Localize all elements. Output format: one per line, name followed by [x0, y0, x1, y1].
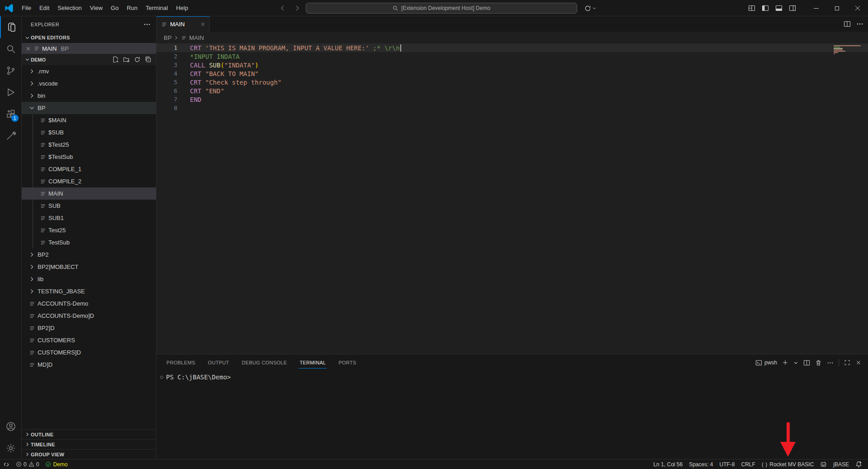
tree-folder-bp[interactable]: BP — [22, 102, 156, 114]
tree-file-main[interactable]: MAIN — [22, 187, 156, 200]
remote-indicator[interactable] — [0, 459, 13, 469]
kill-terminal-icon[interactable] — [815, 359, 822, 366]
tree-file-customers[interactable]: CUSTOMERS — [22, 334, 156, 346]
code-line-6[interactable]: 6CRT "END" — [157, 86, 868, 95]
tree-file-$test25[interactable]: $Test25 — [22, 139, 156, 151]
editor-more-actions-icon[interactable] — [856, 20, 863, 28]
tree-folder-bp2]mobject[interactable]: BP2]MOBJECT — [22, 261, 156, 273]
activity-run-debug-icon[interactable] — [0, 81, 22, 103]
activity-rocket-mv-tools-icon[interactable] — [0, 125, 22, 147]
section-group-view[interactable]: GROUP VIEW — [22, 449, 156, 459]
close-icon[interactable] — [25, 46, 31, 52]
panel-tab-ports[interactable]: PORTS — [337, 354, 357, 371]
minimap[interactable] — [834, 45, 862, 56]
breadcrumb-folder[interactable]: BP — [164, 34, 171, 41]
tree-folder-bin[interactable]: bin — [22, 90, 156, 102]
tree-folder-testing_jbase[interactable]: TESTING_JBASE — [22, 285, 156, 297]
new-folder-icon[interactable] — [123, 56, 130, 63]
tree-folder-bp2[interactable]: BP2 — [22, 249, 156, 261]
reload-window-button[interactable] — [584, 5, 597, 12]
code-line-5[interactable]: 5CRT "Check step through" — [157, 78, 868, 86]
status-indentation[interactable]: Spaces: 4 — [686, 459, 716, 469]
status-extension-robot[interactable] — [817, 459, 830, 469]
tree-file-$main[interactable]: $MAIN — [22, 114, 156, 126]
code-editor[interactable]: 1CRT 'THIS IS MAIN PROGRAM, INPUT A VALU… — [157, 43, 868, 354]
code-line-2[interactable]: 2*INPUT INDATA — [157, 52, 868, 61]
tree-file-test25[interactable]: Test25 — [22, 224, 156, 236]
panel-tab-problems[interactable]: PROBLEMS — [166, 354, 196, 371]
refresh-icon[interactable] — [134, 56, 141, 63]
customize-layout-icon[interactable] — [747, 3, 757, 13]
menu-file[interactable]: File — [18, 3, 35, 13]
minimize-button[interactable] — [806, 0, 826, 16]
tab-main[interactable]: MAIN — [157, 16, 210, 32]
code-line-3[interactable]: 3CALL SUB("INDATA") — [157, 61, 868, 69]
explorer-more-actions-icon[interactable] — [143, 21, 151, 28]
code-line-7[interactable]: 7END — [157, 95, 868, 104]
panel-more-actions-icon[interactable] — [827, 359, 834, 366]
close-window-button[interactable] — [847, 0, 868, 16]
toggle-secondary-sidebar-icon[interactable] — [787, 3, 797, 13]
panel-tab-terminal[interactable]: TERMINAL — [299, 354, 327, 371]
folder-section-header[interactable]: DEMO — [22, 54, 156, 65]
activity-search-icon[interactable] — [0, 38, 22, 60]
close-panel-icon[interactable] — [855, 359, 862, 366]
tree-file-accounts-demo[interactable]: ACCOUNTS-Demo — [22, 297, 156, 310]
tree-file-accounts-demo]d[interactable]: ACCOUNTS-Demo]D — [22, 310, 156, 322]
section-timeline[interactable]: TIMELINE — [22, 439, 156, 449]
split-editor-icon[interactable] — [844, 20, 851, 28]
status-notifications[interactable] — [852, 459, 865, 469]
status-cursor-position[interactable]: Ln 1, Col 56 — [650, 459, 686, 469]
tree-file-$sub[interactable]: $SUB — [22, 126, 156, 139]
collapse-all-icon[interactable] — [145, 56, 152, 63]
tab-close-icon[interactable] — [200, 21, 206, 27]
account-status[interactable]: Demo — [42, 459, 71, 469]
menu-go[interactable]: Go — [107, 3, 123, 13]
menu-selection[interactable]: Selection — [53, 3, 85, 13]
status-eol[interactable]: CRLF — [738, 459, 759, 469]
maximize-button[interactable] — [826, 0, 847, 16]
activity-extensions-icon[interactable]: 1 — [0, 103, 22, 125]
tree-file-md]d[interactable]: MD]D — [22, 359, 156, 371]
code-line-4[interactable]: 4CRT "BACK TO MAIN" — [157, 69, 868, 78]
status-encoding[interactable]: UTF-8 — [716, 459, 738, 469]
toggle-primary-sidebar-icon[interactable] — [760, 3, 770, 13]
code-line-1[interactable]: 1CRT 'THIS IS MAIN PROGRAM, INPUT A VALU… — [157, 43, 868, 52]
open-editor-item-main[interactable]: MAIN BP — [22, 43, 156, 54]
tree-folder-lib[interactable]: lib — [22, 273, 156, 285]
account-icon[interactable] — [0, 416, 22, 437]
split-terminal-icon[interactable] — [803, 359, 810, 366]
new-file-icon[interactable] — [112, 56, 119, 63]
terminal-shell-button[interactable]: pwsh — [755, 359, 777, 366]
tree-file-$testsub[interactable]: $TestSub — [22, 151, 156, 163]
new-terminal-icon[interactable] — [782, 359, 788, 366]
tree-file-compile_1[interactable]: COMPILE_1 — [22, 163, 156, 175]
breadcrumb-file[interactable]: MAIN — [189, 34, 204, 41]
navigate-forward-icon[interactable] — [291, 2, 303, 14]
panel-tab-output[interactable]: OUTPUT — [207, 354, 230, 371]
status-language-mode[interactable]: { }Rocket MV BASIC — [759, 459, 817, 469]
terminal-dropdown-icon[interactable] — [793, 360, 798, 365]
tree-folder-.rmv[interactable]: .rmv — [22, 65, 156, 77]
panel-tab-debug-console[interactable]: DEBUG CONSOLE — [241, 354, 288, 371]
tree-folder-.vscode[interactable]: .vscode — [22, 77, 156, 90]
problems-indicator[interactable]: 0 0 — [13, 459, 42, 469]
tree-file-testsub[interactable]: TestSub — [22, 236, 156, 249]
tree-file-sub1[interactable]: SUB1 — [22, 212, 156, 224]
menu-help[interactable]: Help — [172, 3, 192, 13]
menu-run[interactable]: Run — [123, 3, 142, 13]
activity-explorer-icon[interactable] — [0, 16, 22, 38]
tree-file-customers]d[interactable]: CUSTOMERS]D — [22, 346, 156, 359]
settings-gear-icon[interactable] — [0, 437, 22, 459]
tree-file-compile_2[interactable]: COMPILE_2 — [22, 175, 156, 187]
maximize-panel-icon[interactable] — [844, 359, 850, 366]
menu-view[interactable]: View — [86, 3, 107, 13]
tree-file-bp2]d[interactable]: BP2]D — [22, 322, 156, 334]
toggle-panel-icon[interactable] — [774, 3, 784, 13]
open-editors-header[interactable]: OPEN EDITORS — [22, 32, 156, 43]
menu-terminal[interactable]: Terminal — [142, 3, 172, 13]
command-center-search[interactable]: [Extension Development Host] Demo — [306, 3, 577, 14]
section-outline[interactable]: OUTLINE — [22, 429, 156, 439]
activity-source-control-icon[interactable] — [0, 60, 22, 81]
code-line-8[interactable]: 8 — [157, 104, 868, 112]
